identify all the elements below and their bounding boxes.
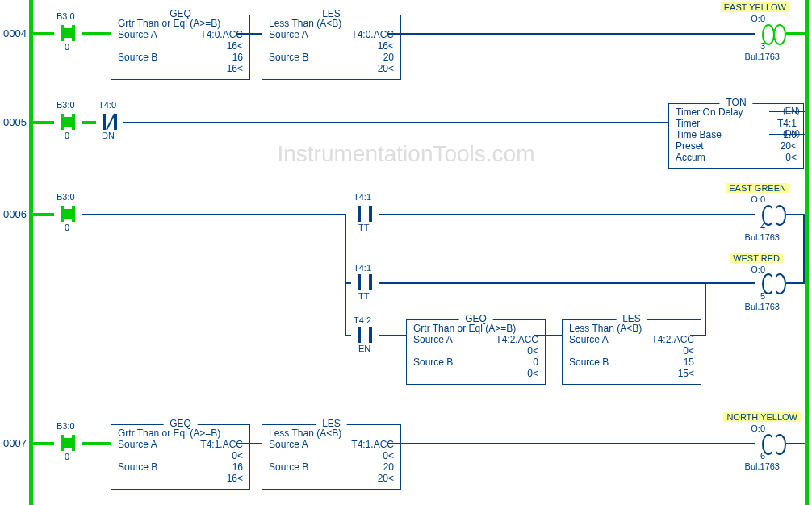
contact-tag: B3:0: [57, 421, 75, 431]
contact-b3-0[interactable]: [54, 435, 82, 451]
contact-tag: B3:0: [57, 11, 75, 21]
ibox-title: GEQ: [163, 8, 198, 19]
wire: [82, 121, 96, 124]
rung-0006: 0006 B3:0 0 T4:1 TT EAST GREEN O:0 4 Bul…: [0, 210, 812, 218]
contact-bit: 0: [65, 223, 69, 232]
output-device: Bul.1763: [745, 461, 780, 471]
wire: [33, 121, 54, 124]
contact-t4-1-tt[interactable]: [351, 274, 379, 290]
wire: [33, 213, 54, 216]
rung-number: 0004: [3, 27, 27, 40]
branch-wire: [803, 214, 805, 284]
contact-bit: 0: [65, 42, 69, 52]
output-bit: 4: [760, 222, 765, 232]
wire: [786, 282, 805, 284]
contact-bit: TT: [358, 223, 369, 232]
wire: [237, 443, 262, 444]
contact-bit: DN: [102, 131, 115, 140]
dn-indicator: DN: [783, 128, 800, 138]
contact-tag: T4:1: [354, 192, 371, 202]
contact-tag: T4:0: [98, 100, 116, 110]
geq-instruction[interactable]: GEQ Grtr Than or Eql (A>=B) Source AT4:1…: [111, 424, 250, 490]
contact-xio-t4-0-dn[interactable]: [96, 114, 123, 130]
ibox-title: GEQ: [163, 418, 198, 429]
branch-wire: [345, 214, 346, 336]
wire: [690, 335, 706, 336]
output-coil[interactable]: [762, 24, 786, 42]
contact-b3-0[interactable]: [54, 114, 82, 130]
power-rail-right: [805, 0, 809, 505]
rung-number: 0005: [3, 116, 27, 128]
output-coil[interactable]: [762, 205, 786, 223]
wire: [345, 335, 351, 336]
les-instruction[interactable]: LES Less Than (A<B) Source AT4:1.ACC 0< …: [262, 424, 401, 490]
output-device: Bul.1763: [745, 302, 780, 311]
rung-number: 0006: [3, 208, 27, 220]
wire: [82, 442, 111, 445]
contact-b3-0[interactable]: [54, 206, 82, 222]
wire: [82, 214, 345, 215]
ibox-title: LES: [616, 313, 647, 324]
contact-tag: T4:2: [354, 315, 371, 325]
wire: [379, 335, 406, 336]
wire: [388, 33, 755, 35]
en-indicator: EN: [783, 106, 800, 115]
contact-bit: 0: [65, 452, 69, 461]
contact-bit: EN: [358, 344, 370, 353]
output-coil[interactable]: [762, 273, 786, 291]
contact-t4-2-en[interactable]: [351, 327, 379, 343]
wire: [33, 442, 54, 445]
contact-b3-0[interactable]: [54, 25, 82, 41]
output-desc: EAST GREEN: [726, 183, 789, 193]
ibox-title: GEQ: [458, 313, 493, 324]
wire: [534, 335, 562, 336]
wire: [379, 214, 755, 215]
les-instruction[interactable]: LES Less Than (A<B) Source AT4:0.ACC 16<…: [262, 15, 401, 80]
contact-tag: T4:1: [354, 263, 371, 273]
wire: [786, 32, 805, 35]
watermark: InstrumentationTools.com: [277, 141, 534, 167]
output-bit: 5: [760, 291, 765, 301]
output-desc: WEST RED: [730, 253, 783, 263]
ibox-desc: Timer On Delay: [676, 106, 743, 118]
wire: [237, 33, 262, 35]
geq-instruction[interactable]: GEQ Grtr Than or Eql (A>=B) Source AT4:2…: [406, 319, 546, 385]
wire: [786, 443, 805, 444]
output-device: Bul.1763: [745, 232, 780, 242]
branch-wire: [705, 282, 706, 336]
output-tag: O:0: [751, 424, 765, 433]
wire: [123, 122, 668, 123]
output-bit: 3: [760, 41, 765, 51]
rung-0005: 0005 B3:0 0 T4:0 DN TON Timer On Delay T…: [0, 118, 812, 126]
wire: [82, 32, 111, 35]
wire: [345, 282, 351, 284]
ladder-canvas: InstrumentationTools.com 0004 B3:0 0 GEQ…: [0, 0, 812, 505]
wire: [388, 443, 755, 444]
wire: [705, 282, 755, 284]
svg-line-0: [107, 114, 115, 130]
ibox-title: TON: [719, 97, 752, 108]
rung-number: 0007: [3, 437, 27, 449]
ibox-title: LES: [316, 8, 347, 19]
power-rail-left: [29, 0, 33, 505]
output-bit: 6: [760, 451, 765, 461]
contact-tag: B3:0: [57, 192, 75, 202]
output-coil[interactable]: [762, 434, 786, 452]
rung-0004: 0004 B3:0 0 GEQ Grtr Than or Eql (A>=B) …: [0, 29, 812, 37]
output-tag: O:0: [751, 194, 765, 204]
output-tag: O:0: [751, 14, 765, 23]
geq-instruction[interactable]: GEQ Grtr Than or Eql (A>=B) Source AT4:0…: [111, 15, 250, 80]
contact-t4-1-tt[interactable]: [351, 206, 379, 222]
wire: [33, 32, 54, 35]
wire: [379, 282, 705, 284]
wire: [786, 214, 805, 215]
ibox-title: LES: [316, 418, 347, 429]
output-desc: NORTH YELLOW: [723, 412, 801, 422]
les-instruction[interactable]: LES Less Than (A<B) Source AT4:2.ACC 0< …: [562, 319, 701, 385]
output-device: Bul.1763: [745, 52, 780, 61]
contact-bit: 0: [65, 131, 69, 140]
ibox-desc: Grtr Than or Eql (A>=B): [118, 18, 220, 29]
output-desc: EAST YELLOW: [721, 2, 789, 12]
contact-tag: B3:0: [57, 100, 75, 110]
ibox-desc: Less Than (A<B): [269, 18, 341, 29]
